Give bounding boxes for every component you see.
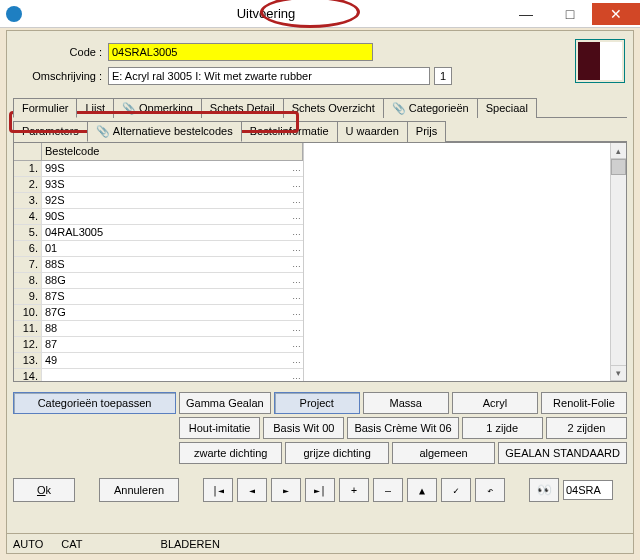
bestelcode-cell[interactable]: 01: [42, 241, 303, 256]
table-row[interactable]: 11.88: [14, 321, 303, 337]
table-row[interactable]: 14.: [14, 369, 303, 381]
tab-speciaal[interactable]: Speciaal: [477, 98, 537, 118]
table-row[interactable]: 1.99S: [14, 161, 303, 177]
bestelcode-cell[interactable]: 88G: [42, 273, 303, 288]
description-input[interactable]: [108, 67, 430, 85]
paperclip-icon: 📎: [392, 102, 406, 114]
bestelcode-cell[interactable]: 93S: [42, 177, 303, 192]
bestelcode-cell[interactable]: [42, 369, 303, 381]
btn-categorieen-toepassen[interactable]: Categorieën toepassen: [13, 392, 176, 414]
description-label: Omschrijving :: [13, 70, 108, 82]
nav-next[interactable]: ►: [271, 478, 301, 502]
nav-remove[interactable]: —: [373, 478, 403, 502]
btn-algemeen[interactable]: algemeen: [392, 442, 495, 464]
nav-prev[interactable]: ◄: [237, 478, 267, 502]
btn-grijze-dichting[interactable]: grijze dichting: [285, 442, 388, 464]
bestelcode-grid[interactable]: Bestelcode 1.99S2.93S3.92S4.90S5.04RAL30…: [14, 143, 304, 381]
btn-project[interactable]: Project: [274, 392, 360, 414]
row-number: 1.: [14, 161, 42, 176]
search-input[interactable]: [563, 480, 613, 500]
sub-tabs: Parameters 📎Alternatieve bestelcodes Bes…: [13, 120, 627, 142]
minimize-button[interactable]: —: [504, 3, 548, 25]
table-row[interactable]: 12.87: [14, 337, 303, 353]
table-row[interactable]: 9.87S: [14, 289, 303, 305]
tab-schets-overzicht[interactable]: Schets Overzicht: [283, 98, 384, 118]
nav-add[interactable]: +: [339, 478, 369, 502]
title-bar: Uitvoering — □ ✕: [0, 0, 640, 28]
btn-hout-imitatie[interactable]: Hout-imitatie: [179, 417, 260, 439]
row-number: 9.: [14, 289, 42, 304]
bestelcode-cell[interactable]: 88S: [42, 257, 303, 272]
window-title: Uitvoering: [28, 6, 504, 21]
bestelcode-cell[interactable]: 88: [42, 321, 303, 336]
nav-up[interactable]: ▲: [407, 478, 437, 502]
scroll-thumb[interactable]: [611, 159, 626, 175]
row-number: 2.: [14, 177, 42, 192]
table-row[interactable]: 2.93S: [14, 177, 303, 193]
row-number: 4.: [14, 209, 42, 224]
tab-lijst[interactable]: Lijst: [76, 98, 114, 118]
status-bar: AUTO CAT BLADEREN: [7, 533, 633, 553]
tab-categorieen[interactable]: 📎Categorieën: [383, 98, 478, 118]
btn-massa[interactable]: Massa: [363, 392, 449, 414]
tab-schets-detail[interactable]: Schets Detail: [201, 98, 284, 118]
paperclip-icon: 📎: [122, 102, 136, 114]
find-button[interactable]: 👀: [529, 478, 559, 502]
btn-acryl[interactable]: Acryl: [452, 392, 538, 414]
bestelcode-cell[interactable]: 49: [42, 353, 303, 368]
cancel-button[interactable]: Annuleren: [99, 478, 179, 502]
nav-undo[interactable]: ↶: [475, 478, 505, 502]
table-row[interactable]: 6.01: [14, 241, 303, 257]
btn-renolit-folie[interactable]: Renolit-Folie: [541, 392, 627, 414]
btn-basis-creme-wit-06[interactable]: Basis Crème Wit 06: [347, 417, 458, 439]
vertical-scrollbar[interactable]: ▴ ▾: [610, 143, 626, 381]
nav-bar: Ok Annuleren |◄ ◄ ► ►| + — ▲ ✓ ↶ 👀: [13, 478, 627, 502]
table-row[interactable]: 3.92S: [14, 193, 303, 209]
paperclip-icon: 📎: [96, 125, 110, 137]
btn-1-zijde[interactable]: 1 zijde: [462, 417, 543, 439]
btn-gamma-gealan[interactable]: Gamma Gealan: [179, 392, 271, 414]
table-row[interactable]: 10.87G: [14, 305, 303, 321]
row-number: 12.: [14, 337, 42, 352]
row-number: 3.: [14, 193, 42, 208]
table-row[interactable]: 7.88S: [14, 257, 303, 273]
table-row[interactable]: 8.88G: [14, 273, 303, 289]
subtab-alternatieve-bestelcodes[interactable]: 📎Alternatieve bestelcodes: [87, 121, 242, 142]
bestelcode-cell[interactable]: 87S: [42, 289, 303, 304]
bestelcode-cell[interactable]: 87: [42, 337, 303, 352]
table-row[interactable]: 13.49: [14, 353, 303, 369]
bestelcode-cell[interactable]: 99S: [42, 161, 303, 176]
subtab-parameters[interactable]: Parameters: [13, 121, 88, 142]
scroll-up-icon[interactable]: ▴: [611, 143, 626, 159]
detail-pane: ▴ ▾: [304, 143, 626, 381]
tab-opmerking[interactable]: 📎Opmerking: [113, 98, 202, 118]
maximize-button[interactable]: □: [548, 3, 592, 25]
row-number: 10.: [14, 305, 42, 320]
bestelcode-cell[interactable]: 90S: [42, 209, 303, 224]
nav-first[interactable]: |◄: [203, 478, 233, 502]
bestelcode-cell[interactable]: 04RAL3005: [42, 225, 303, 240]
row-number: 11.: [14, 321, 42, 336]
btn-zwarte-dichting[interactable]: zwarte dichting: [179, 442, 282, 464]
btn-basis-wit-00[interactable]: Basis Wit 00: [263, 417, 344, 439]
btn-2-zijden[interactable]: 2 zijden: [546, 417, 627, 439]
bestelcode-cell[interactable]: 87G: [42, 305, 303, 320]
table-row[interactable]: 4.90S: [14, 209, 303, 225]
subtab-prijs[interactable]: Prijs: [407, 121, 446, 142]
filter-buttons: Categorieën toepassen Gamma Gealan Proje…: [13, 392, 627, 464]
code-input[interactable]: [108, 43, 373, 61]
table-row[interactable]: 5.04RAL3005: [14, 225, 303, 241]
copies-input[interactable]: [434, 67, 452, 85]
subtab-bestelinformatie[interactable]: Bestelinformatie: [241, 121, 338, 142]
btn-gealan-standaard[interactable]: GEALAN STANDAARD: [498, 442, 627, 464]
nav-last[interactable]: ►|: [305, 478, 335, 502]
close-button[interactable]: ✕: [592, 3, 640, 25]
ok-button[interactable]: Ok: [13, 478, 75, 502]
tab-formulier[interactable]: Formulier: [13, 98, 77, 118]
nav-confirm[interactable]: ✓: [441, 478, 471, 502]
scroll-down-icon[interactable]: ▾: [611, 365, 626, 381]
bestelcode-cell[interactable]: 92S: [42, 193, 303, 208]
row-number: 8.: [14, 273, 42, 288]
subtab-u-waarden[interactable]: U waarden: [337, 121, 408, 142]
grid-area: Bestelcode 1.99S2.93S3.92S4.90S5.04RAL30…: [13, 142, 627, 382]
